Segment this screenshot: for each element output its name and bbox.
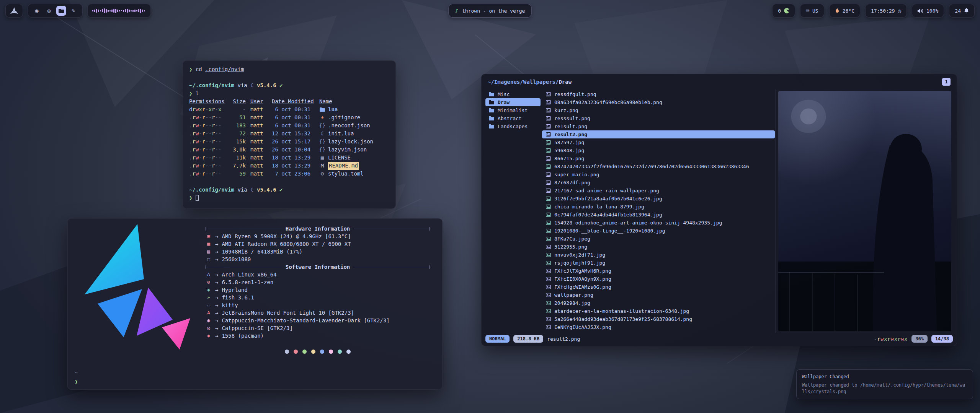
folder-item-draw[interactable]: Draw xyxy=(485,98,541,106)
file-item[interactable]: FXfcII0X0AQyn9X.png xyxy=(542,275,775,283)
keyboard-layout-pill[interactable]: ⌨ US xyxy=(800,4,824,18)
file-item[interactable]: 19201080-__blue-tinge__-1920×1080.jpg xyxy=(542,227,775,235)
file-item[interactable]: 3126f7e9bbf21a8a4af0b67b041c6e26.jpg xyxy=(542,195,775,203)
folder-item-misc[interactable]: Misc xyxy=(485,90,541,98)
image-file-icon xyxy=(545,189,551,193)
file-item[interactable]: 68747470733a2f2f696d616765732d7769786d70… xyxy=(542,163,775,171)
image-file-icon xyxy=(545,269,551,273)
folder-item-minimalist[interactable]: Minimalist xyxy=(485,106,541,114)
volume-pill[interactable]: 100% xyxy=(912,4,944,18)
temperature-pill[interactable]: 26°C xyxy=(829,4,860,18)
size-cell: 51 xyxy=(230,114,246,122)
permissions-cell: .rw-r--r-- xyxy=(189,138,225,146)
folder-pane: MiscDrawMinimalistAbstractLandscapes xyxy=(485,89,541,333)
file-item[interactable]: atardecer-en-la-montanas-ilustracion-634… xyxy=(542,307,775,315)
file-item[interactable]: FXfcJlTXgAMvH6R.png xyxy=(542,267,775,275)
notifications-pill[interactable]: 24 xyxy=(949,4,975,18)
workspace-1[interactable]: ◉ xyxy=(32,6,42,16)
visualizer-bar xyxy=(115,9,116,13)
workspace-3-active[interactable] xyxy=(56,6,66,16)
font-info-line: A→JetBrainsMono Nerd Font Light 10 [GTK2… xyxy=(206,309,430,317)
permissions-cell: .rw-r--r-- xyxy=(189,114,225,122)
tab-indicator[interactable]: 1 xyxy=(942,78,951,86)
file-item[interactable]: 587597.jpg xyxy=(542,138,775,146)
file-item[interactable]: re1sult.png xyxy=(542,122,775,130)
file-item[interactable]: chica-mirando-la-luna-8799.jpg xyxy=(542,203,775,211)
folder-item-landscapes[interactable]: Landscapes xyxy=(485,122,541,130)
arrow-icon: → xyxy=(215,286,218,294)
size-badge: 218.8 KB xyxy=(513,335,543,343)
file-item[interactable]: 0c794faf07de24a4db4d4fb1eb813964.jpg xyxy=(542,211,775,219)
file-item[interactable]: ressdfgult.png xyxy=(542,90,775,98)
top-bar: ◉◎✎ ♪ thrown - on the verge 0 ⌨ US 26°C … xyxy=(5,3,975,18)
date-cell: 6 oct 00:31 xyxy=(272,122,315,130)
updates-count: 0 xyxy=(778,8,781,14)
file-item[interactable]: kurz.png xyxy=(542,106,775,114)
media-title: thrown - on the verge xyxy=(462,8,525,14)
file-item[interactable]: 3122955.png xyxy=(542,243,775,251)
wm-icon: ◈ xyxy=(206,286,212,294)
table-row: .rw-r--r--7,7kmatt18 oct 13:29MREADME.md xyxy=(189,162,389,170)
file-item[interactable]: wallpaper.png xyxy=(542,291,775,299)
media-pill[interactable]: ♪ thrown - on the verge xyxy=(449,4,532,18)
file-item[interactable]: nnvuv0xj2df71.jpg xyxy=(542,251,775,259)
os-icon: Λ xyxy=(206,271,212,278)
system-info-window[interactable]: Hardware Information ▣→AMD Ryzen 9 5900X… xyxy=(67,218,443,390)
image-file-icon xyxy=(545,172,551,177)
image-file-icon xyxy=(545,309,551,313)
memory-info-line: ▤→10948MiB / 64183MiB (17%) xyxy=(206,248,430,255)
file-item[interactable]: resssult.png xyxy=(542,114,775,122)
file-item[interactable]: 20492984.jpg xyxy=(542,299,775,307)
folder-icon xyxy=(488,100,495,104)
workspace-4[interactable]: ✎ xyxy=(69,6,78,16)
date-cell: 18 oct 13:29 xyxy=(272,154,315,162)
size-cell: 15k xyxy=(230,138,246,146)
updates-pill[interactable]: 0 xyxy=(772,4,795,18)
file-item[interactable]: FXfcHgcWIAMzs0G.png xyxy=(542,283,775,291)
file-manager-window[interactable]: ~/Imagenes/Wallpapers/ Draw 1 MiscDrawMi… xyxy=(481,74,957,346)
clock-pill[interactable]: 17:50:29 ◷ xyxy=(865,4,907,18)
table-row: .rw-r--r--11kmatt18 oct 13:29▤LICENSE xyxy=(189,154,389,162)
json-icon: {} xyxy=(319,122,325,130)
cpu-info-line: ▣→AMD Ryzen 9 5900X (24) @ 4.9GHz [61.3°… xyxy=(206,233,430,240)
file-item[interactable]: 596848.jpg xyxy=(542,146,775,154)
file-item-selected[interactable]: result2.png xyxy=(542,130,775,138)
file-item[interactable]: 5a266e448add93deab367d87173e9f25-6837886… xyxy=(542,315,775,323)
workspace-switcher[interactable]: ◉◎✎ xyxy=(28,4,83,18)
file-item[interactable]: EeNKYgIUcAAJ5JX.png xyxy=(542,323,775,331)
file-item[interactable]: 154928-odinokoe_anime-art-anime-okno-sin… xyxy=(542,219,775,227)
workspace-2[interactable]: ◎ xyxy=(44,6,54,16)
file-item[interactable]: rsjqojlmjhf91.jpg xyxy=(542,259,775,267)
permissions-cell: .rw-r--r-- xyxy=(189,162,225,170)
keyboard-layout: US xyxy=(812,8,818,14)
image-file-icon xyxy=(545,325,551,329)
shell-input-line[interactable]: ❯ xyxy=(189,194,389,202)
launcher-button[interactable] xyxy=(5,4,23,18)
arrow-icon: → xyxy=(215,278,218,286)
current-directory: ~/.config/nvim xyxy=(189,187,234,193)
flame-icon xyxy=(835,8,840,14)
file-item[interactable]: 08a634fa02a32364f69ebc86a98eb1eb.png xyxy=(542,98,775,106)
palette-dot-7 xyxy=(338,350,342,354)
file-item[interactable]: 866715.png xyxy=(542,154,775,163)
folder-item-abstract[interactable]: Abstract xyxy=(485,114,541,122)
file-item[interactable]: 8FKa7Cu.jpeg xyxy=(542,235,775,243)
image-file-icon xyxy=(545,245,551,249)
notification-title: Wallpaper Changed xyxy=(802,374,967,380)
arrow-icon: → xyxy=(215,332,218,340)
palette-dot-1 xyxy=(285,350,289,354)
notification-toast[interactable]: Wallpaper Changed Wallpaper changed to /… xyxy=(796,369,973,399)
folder-icon xyxy=(488,108,495,112)
file-item[interactable]: 217167-sad-anime-rain-wallpaper.png xyxy=(542,187,775,195)
image-file-icon xyxy=(545,156,551,161)
file-item[interactable]: 87r687df.png xyxy=(542,179,775,187)
table-row: .rw-r--r--51matt 6 oct 00:31±.gitignore xyxy=(189,114,389,122)
visualizer-bar xyxy=(117,10,118,12)
user-cell: matt xyxy=(250,138,267,146)
terminal-window[interactable]: ❯ cd .config/nvim ~/.config/nvim via ☾ v… xyxy=(183,60,396,209)
user-cell: matt xyxy=(250,122,267,130)
file-item[interactable]: super-mario.png xyxy=(542,171,775,179)
image-preview xyxy=(778,91,951,331)
name-cell: {}lazyvim.json xyxy=(319,146,389,154)
palette-dot-3 xyxy=(302,350,307,354)
